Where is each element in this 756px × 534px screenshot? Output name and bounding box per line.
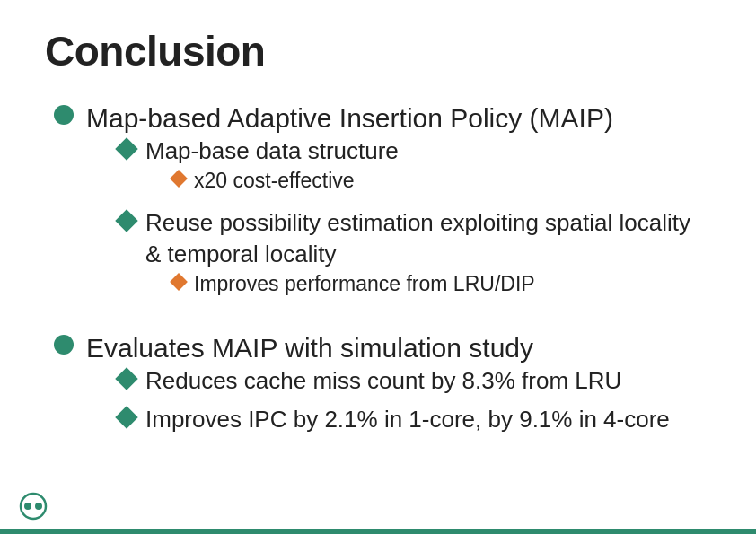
reuse-container: Reuse possibility estimation exploiting … bbox=[145, 207, 711, 303]
improves-ipc-block: Improves IPC by 2.1% in 1-core, by 9.1% … bbox=[119, 404, 711, 435]
improves-ipc-item: Improves IPC by 2.1% in 1-core, by 9.1% … bbox=[119, 404, 711, 435]
reuse-text: Reuse possibility estimation exploiting … bbox=[145, 207, 711, 270]
map-base-container: Map-base data structure x20 cost-effecti… bbox=[145, 136, 711, 200]
reduces-block: Reduces cache miss count by 8.3% from LR… bbox=[119, 365, 711, 397]
bullet-small-diamond-improves bbox=[170, 273, 188, 291]
bullet-diamond-improves-ipc bbox=[115, 407, 137, 429]
maip-section: Map-based Adaptive Insertion Policy (MAI… bbox=[54, 101, 711, 311]
x20-item: x20 cost-effective bbox=[172, 167, 711, 195]
slide: Conclusion Map-based Adaptive Insertion … bbox=[0, 0, 756, 534]
reuse-item: Reuse possibility estimation exploiting … bbox=[119, 207, 711, 303]
reduces-text: Reduces cache miss count by 8.3% from LR… bbox=[145, 365, 621, 397]
reuse-block: Reuse possibility estimation exploiting … bbox=[119, 207, 711, 303]
evaluates-title: Evaluates MAIP with simulation study bbox=[86, 330, 711, 365]
x20-text: x20 cost-effective bbox=[194, 167, 355, 195]
maip-section-container: Map-based Adaptive Insertion Policy (MAI… bbox=[86, 101, 711, 311]
content-area: Map-based Adaptive Insertion Policy (MAI… bbox=[45, 101, 711, 443]
evaluates-section-container: Evaluates MAIP with simulation study Red… bbox=[86, 330, 711, 442]
bullet-circle-evaluates bbox=[54, 335, 74, 355]
improves-text: Improves performance from LRU/DIP bbox=[194, 270, 535, 298]
map-base-text: Map-base data structure bbox=[145, 136, 711, 167]
improves-item: Improves performance from LRU/DIP bbox=[172, 270, 711, 298]
bullet-circle-maip bbox=[54, 105, 74, 125]
bullet-diamond-mapbase bbox=[115, 137, 137, 160]
svg-point-1 bbox=[24, 503, 31, 510]
slide-title: Conclusion bbox=[45, 27, 711, 75]
bullet-diamond-reuse bbox=[115, 209, 137, 232]
bottom-bar bbox=[0, 529, 756, 534]
x20-block: x20 cost-effective bbox=[172, 167, 711, 195]
bottom-icon bbox=[18, 491, 48, 521]
svg-point-2 bbox=[35, 503, 42, 510]
bullet-diamond-reduces bbox=[115, 368, 137, 390]
map-base-item: Map-base data structure x20 cost-effecti… bbox=[119, 136, 711, 200]
maip-title: Map-based Adaptive Insertion Policy (MAI… bbox=[86, 101, 711, 136]
improves-ipc-text: Improves IPC by 2.1% in 1-core, by 9.1% … bbox=[145, 404, 670, 435]
map-base-block: Map-base data structure x20 cost-effecti… bbox=[119, 136, 711, 200]
reduces-item: Reduces cache miss count by 8.3% from LR… bbox=[119, 365, 711, 397]
bullet-small-diamond-x20 bbox=[170, 170, 188, 188]
evaluates-section: Evaluates MAIP with simulation study Red… bbox=[54, 330, 711, 442]
improves-block: Improves performance from LRU/DIP bbox=[172, 270, 711, 298]
